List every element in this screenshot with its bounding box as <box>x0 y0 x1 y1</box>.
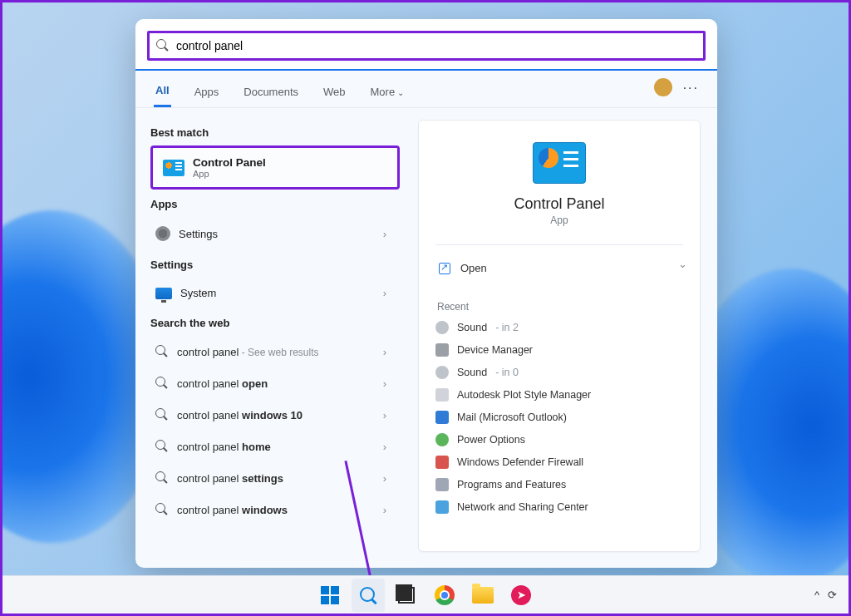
app-icon: ➤ <box>511 585 531 605</box>
control-panel-icon-large <box>533 142 586 184</box>
autodesk-icon <box>435 388 449 402</box>
search-icon <box>155 471 169 485</box>
web-suggestion[interactable]: control panel - See web results › <box>150 336 391 367</box>
task-view-icon <box>398 587 415 604</box>
tab-all[interactable]: All <box>154 76 171 107</box>
web-suggestion[interactable]: control panel settings › <box>150 462 391 494</box>
search-bar[interactable] <box>147 31 706 61</box>
task-view-button[interactable] <box>390 579 423 612</box>
recent-item[interactable]: Sound - in 0 <box>435 366 683 379</box>
taskbar: ➤ ^ ⟳ <box>2 575 849 614</box>
recent-item[interactable]: Programs and Features <box>435 478 683 491</box>
search-icon <box>155 440 169 453</box>
recent-heading: Recent <box>437 301 683 313</box>
web-suggestion-text: control panel settings <box>177 472 283 485</box>
search-icon <box>155 345 169 358</box>
monitor-icon <box>155 288 172 299</box>
recent-item[interactable]: Mail (Microsoft Outlook) <box>435 411 683 424</box>
more-options-button[interactable]: ··· <box>683 81 699 96</box>
sound-icon <box>435 366 449 379</box>
divider <box>435 244 683 245</box>
web-suggestion-text: control panel home <box>177 441 271 453</box>
start-button[interactable] <box>313 579 347 612</box>
recent-item[interactable]: Network and Sharing Center <box>435 500 683 514</box>
best-match-title: Control Panel <box>193 156 266 169</box>
settings-result-system[interactable]: System › <box>150 278 391 308</box>
tab-documents[interactable]: Documents <box>242 77 300 106</box>
chrome-icon <box>435 585 455 605</box>
search-icon <box>155 503 169 516</box>
start-search-window: All Apps Documents Web More⌄ ··· Best ma… <box>135 19 717 568</box>
chevron-right-icon: › <box>383 504 386 516</box>
search-web-heading: Search the web <box>150 317 401 329</box>
web-suggestion[interactable]: control panel windows 10 › <box>150 399 391 431</box>
web-suggestion[interactable]: control panel home › <box>150 431 391 462</box>
windows-logo-icon <box>321 586 339 604</box>
chevron-right-icon: › <box>383 346 386 358</box>
search-input[interactable] <box>176 39 696 52</box>
apps-result-settings[interactable]: Settings › <box>150 217 391 250</box>
control-panel-icon <box>163 160 184 176</box>
taskbar-file-explorer[interactable] <box>466 579 499 612</box>
chevron-right-icon: › <box>383 441 386 453</box>
web-suggestion-text: control panel windows <box>177 504 288 516</box>
search-icon <box>359 586 377 604</box>
search-icon <box>156 39 170 52</box>
chevron-right-icon: › <box>383 472 386 485</box>
recent-item[interactable]: Windows Defender Firewall <box>435 456 683 469</box>
best-match-subtitle: App <box>193 169 266 179</box>
expand-actions-button[interactable]: ⌄ <box>678 258 687 270</box>
user-avatar[interactable] <box>654 78 672 96</box>
chevron-right-icon: › <box>383 228 386 240</box>
results-left-column: Best match Control Panel App Apps Settin… <box>135 108 401 568</box>
settings-heading: Settings <box>150 259 401 271</box>
open-icon <box>439 263 450 274</box>
chevron-right-icon: › <box>383 287 386 299</box>
tab-apps[interactable]: Apps <box>193 77 221 106</box>
power-icon <box>435 433 449 446</box>
taskbar-search-button[interactable] <box>352 579 385 612</box>
recent-list: Sound - in 2 Device Manager Sound - in 0… <box>435 321 683 514</box>
search-icon <box>155 408 169 421</box>
recent-item[interactable]: Sound - in 2 <box>435 321 683 334</box>
chevron-right-icon: › <box>383 377 386 390</box>
apps-result-label: Settings <box>179 228 218 240</box>
taskbar-app-red[interactable]: ➤ <box>504 579 538 612</box>
device-manager-icon <box>435 343 449 357</box>
web-suggestion-text: control panel - See web results <box>177 346 319 358</box>
apps-heading: Apps <box>150 198 401 210</box>
network-icon <box>435 500 449 514</box>
tab-more[interactable]: More⌄ <box>369 77 406 106</box>
gear-icon <box>155 226 170 241</box>
open-label: Open <box>460 262 487 274</box>
sound-icon <box>435 321 449 334</box>
open-action[interactable]: Open <box>435 255 683 281</box>
preview-subtitle: App <box>435 214 683 226</box>
best-match-result[interactable]: Control Panel App <box>150 145 400 190</box>
settings-result-label: System <box>180 287 216 299</box>
recent-item[interactable]: Device Manager <box>435 343 683 357</box>
firewall-icon <box>435 456 449 469</box>
preview-pane: Control Panel App Open ⌄ Recent Sound - … <box>401 108 717 568</box>
chevron-down-icon: ⌄ <box>397 88 404 97</box>
recent-item[interactable]: Power Options <box>435 433 683 446</box>
web-suggestion-text: control panel open <box>177 377 268 390</box>
system-tray[interactable]: ^ ⟳ <box>814 589 837 601</box>
folder-icon <box>472 587 494 604</box>
preview-title: Control Panel <box>435 195 683 213</box>
tab-web[interactable]: Web <box>322 77 347 106</box>
search-bar-container <box>135 19 717 71</box>
web-suggestion-text: control panel windows 10 <box>177 409 303 421</box>
results-body: Best match Control Panel App Apps Settin… <box>135 108 717 568</box>
best-match-heading: Best match <box>150 126 401 139</box>
web-suggestion[interactable]: control panel open › <box>150 367 391 399</box>
search-icon <box>155 377 169 390</box>
tray-overflow-icon[interactable]: ^ <box>814 589 819 601</box>
preview-card: Control Panel App Open ⌄ Recent Sound - … <box>418 120 701 552</box>
mail-icon <box>435 411 449 424</box>
programs-icon <box>435 478 449 491</box>
onedrive-sync-icon[interactable]: ⟳ <box>828 589 837 601</box>
recent-item[interactable]: Autodesk Plot Style Manager <box>435 388 683 402</box>
taskbar-chrome[interactable] <box>428 579 461 612</box>
filter-tabs: All Apps Documents Web More⌄ ··· <box>135 71 717 108</box>
